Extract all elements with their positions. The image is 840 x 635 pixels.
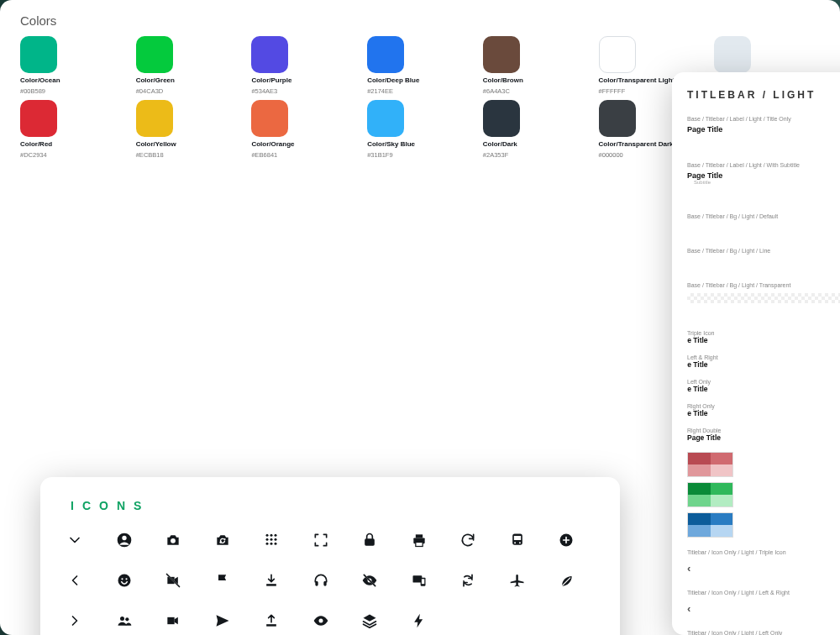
group-icon[interactable]: [115, 611, 134, 630]
color-swatch[interactable]: [483, 36, 520, 73]
titlebar-row-title: ge Title: [687, 360, 840, 369]
svg-point-25: [266, 543, 269, 545]
lock-icon[interactable]: [360, 531, 379, 549]
titlebar-variant-label: Triple Icon: [687, 330, 840, 336]
mini-palette-thumb: [687, 512, 733, 538]
emoji-icon[interactable]: [115, 571, 134, 590]
color-swatch[interactable]: [599, 36, 636, 73]
download-icon[interactable]: [262, 571, 281, 590]
titlebar-row: Triple Iconge Title⋮: [687, 327, 840, 348]
titlebar-row: Left & Rightge Title⋮: [687, 351, 840, 372]
refresh-icon[interactable]: [459, 531, 477, 549]
back-chevron-icon[interactable]: ‹: [687, 602, 690, 615]
titlebar-variant-label: Right Only: [687, 403, 840, 409]
camera-icon[interactable]: [164, 531, 182, 549]
titlebar-row-title: ge Title: [687, 336, 840, 344]
swatch-cell: Color/Dark#2A353F: [483, 100, 589, 159]
swatch-name: Color/Yellow: [136, 140, 242, 148]
videocam-off-icon[interactable]: [164, 571, 182, 590]
swatch-hex: #DC2934: [20, 151, 126, 159]
camera-switch-icon[interactable]: [213, 531, 232, 549]
titlebar-variant-label: Left & Right: [687, 354, 840, 360]
leaf-icon[interactable]: [557, 571, 575, 590]
color-swatch[interactable]: [136, 36, 173, 73]
svg-rect-33: [514, 536, 521, 540]
colors-panel-wrap: ▾▾▾T Colors Color/Ocean#00B589Color/Gree…: [0, 0, 529, 245]
swatch-cell: Color/Purple#534AE3: [251, 36, 357, 95]
chevron-down-icon[interactable]: [66, 531, 84, 549]
color-swatch[interactable]: [483, 100, 520, 137]
svg-point-24: [275, 538, 277, 541]
color-swatch[interactable]: [20, 36, 57, 73]
mini-palette-thumb: [687, 452, 733, 477]
crop-free-icon[interactable]: [312, 531, 330, 549]
svg-point-52: [125, 617, 129, 621]
airplane-icon[interactable]: [508, 571, 527, 590]
chevron-left-icon[interactable]: [66, 571, 84, 590]
printer-icon[interactable]: [410, 531, 428, 549]
titlebar-spec-label: Base / Titlebar / Bg / Light / Default: [687, 213, 840, 219]
svg-point-17: [122, 536, 126, 540]
add-circle-icon[interactable]: [557, 531, 575, 549]
colors-panel-title: Colors: [20, 13, 820, 28]
titlebar-row: Right DoublePage Title⋮: [687, 424, 840, 445]
swatch-hex: #00B589: [20, 87, 126, 95]
swatch-hex: #2A353F: [483, 151, 589, 159]
sync-icon[interactable]: [459, 571, 477, 590]
color-swatch[interactable]: [367, 36, 404, 73]
color-swatch[interactable]: [714, 36, 751, 73]
bus-icon[interactable]: [508, 531, 527, 549]
titlebar-row: Left Onlyge Title: [687, 375, 840, 396]
stack-icon[interactable]: [360, 611, 379, 630]
upload-icon[interactable]: [262, 611, 281, 630]
svg-point-37: [118, 575, 130, 587]
swatch-name: Color/Orange: [251, 140, 357, 148]
titlebar-row-title: ge Title: [687, 409, 840, 417]
swatch-name: Color/Sky Blue: [367, 140, 473, 148]
color-swatch[interactable]: [20, 100, 57, 137]
svg-rect-53: [266, 624, 276, 627]
flag-icon[interactable]: [213, 571, 232, 590]
titlebar-title-example: Page Title: [687, 125, 840, 134]
visibility-icon[interactable]: [312, 611, 330, 630]
color-swatch[interactable]: [599, 100, 636, 137]
chevron-right-icon[interactable]: [66, 611, 84, 630]
swatch-hex: #04CA3D: [136, 87, 242, 95]
visibility-off-icon[interactable]: [360, 571, 379, 590]
swatch-cell: Color/Sky Blue#31B1F9: [367, 100, 473, 159]
account-circle-icon[interactable]: [115, 531, 134, 549]
titlebar-spec-label: Base / Titlebar / Bg / Light / Transpare…: [687, 282, 840, 288]
titlebar-row-title: Page Title: [687, 433, 840, 442]
send-icon[interactable]: [213, 611, 232, 630]
titlebar-spec-panel: TITLEBAR / LIGHT Base / Titlebar / Label…: [672, 72, 840, 635]
color-swatch[interactable]: [251, 36, 288, 73]
svg-point-34: [514, 542, 516, 543]
titlebar-panel-header: TITLEBAR / LIGHT: [687, 89, 840, 101]
svg-point-23: [270, 538, 273, 541]
bolt-icon[interactable]: [410, 611, 428, 630]
color-swatch[interactable]: [251, 100, 288, 137]
swatch-hex: #EB6841: [251, 151, 357, 159]
back-chevron-icon[interactable]: ‹: [687, 562, 690, 575]
icon-placeholder: [459, 611, 477, 630]
headphones-icon[interactable]: [312, 571, 330, 590]
devices-icon[interactable]: [410, 571, 428, 590]
svg-point-38: [121, 578, 123, 580]
videocam-icon[interactable]: [164, 611, 182, 630]
swatch-name: Color/Dark: [483, 140, 589, 148]
color-swatch[interactable]: [367, 100, 404, 137]
titlebar-icononly-row: ‹⋮: [687, 599, 840, 618]
transparent-bg-swatch: [687, 293, 840, 303]
swatch-cell: Color/Red#DC2934: [20, 100, 126, 159]
titlebar-spec-label: Base / Titlebar / Label / Light / With S…: [687, 162, 840, 168]
color-swatch[interactable]: [136, 100, 173, 137]
svg-point-35: [519, 542, 521, 543]
svg-point-54: [318, 619, 323, 623]
svg-rect-43: [315, 581, 318, 586]
swatch-cell: Color/Deep Blue#2174EE: [367, 36, 473, 95]
swatch-hex: #2174EE: [367, 87, 473, 95]
swatch-cell: Color/Ocean#00B589: [20, 36, 126, 95]
swatch-cell: Color/Brown#6A4A3C: [483, 36, 589, 95]
dialpad-icon[interactable]: [262, 531, 281, 549]
svg-point-22: [266, 538, 269, 541]
